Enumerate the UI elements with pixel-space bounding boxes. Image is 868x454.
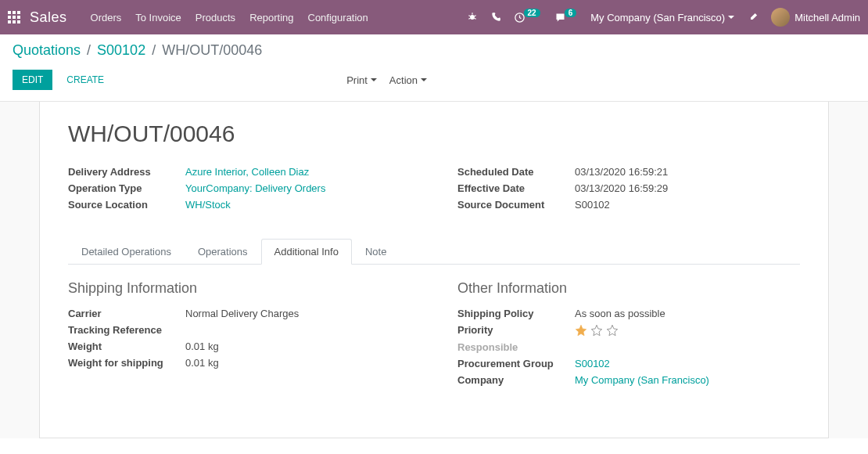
tab-detailed-operations[interactable]: Detailed Operations bbox=[68, 239, 185, 265]
svg-rect-1 bbox=[13, 11, 16, 14]
navbar-menu: OrdersTo InvoiceProductsReportingConfigu… bbox=[91, 12, 467, 23]
shipping-policy-label: Shipping Policy bbox=[457, 308, 575, 319]
navbar: Sales OrdersTo InvoiceProductsReportingC… bbox=[0, 0, 868, 34]
tab-additional-info[interactable]: Additional Info bbox=[261, 239, 352, 265]
print-dropdown[interactable]: Print bbox=[346, 74, 377, 86]
other-info-title: Other Information bbox=[457, 280, 800, 297]
svg-line-13 bbox=[468, 18, 470, 19]
avatar bbox=[771, 8, 790, 27]
svg-rect-0 bbox=[8, 11, 11, 14]
breadcrumb-link-0[interactable]: Quotations bbox=[13, 42, 81, 58]
effective-date-value: 03/13/2020 16:59:29 bbox=[575, 182, 668, 194]
svg-rect-3 bbox=[8, 16, 11, 19]
create-button[interactable]: CREATE bbox=[57, 70, 113, 90]
activity-icon[interactable]: 22 bbox=[514, 12, 542, 23]
delivery-address-label: Delivery Address bbox=[68, 166, 185, 178]
nav-orders[interactable]: Orders bbox=[91, 12, 122, 23]
weight-shipping-label: Weight for shipping bbox=[68, 357, 185, 369]
chevron-down-icon bbox=[371, 78, 377, 81]
phone-icon[interactable] bbox=[490, 12, 501, 23]
priority-label: Priority bbox=[457, 324, 575, 337]
priority-star-1[interactable] bbox=[575, 324, 587, 337]
form-sheet: WH/OUT/00046 Delivery AddressAzure Inter… bbox=[39, 102, 829, 438]
procurement-group-value[interactable]: S00102 bbox=[575, 358, 610, 369]
svg-line-14 bbox=[474, 18, 475, 19]
carrier-label: Carrier bbox=[68, 308, 185, 319]
activity-badge: 22 bbox=[524, 9, 540, 17]
user-name: Mitchell Admin bbox=[794, 12, 860, 23]
svg-rect-8 bbox=[17, 20, 20, 23]
tracking-label: Tracking Reference bbox=[68, 324, 185, 336]
messages-icon[interactable]: 6 bbox=[554, 12, 579, 23]
messages-badge: 6 bbox=[565, 9, 577, 17]
operation-type-label: Operation Type bbox=[68, 182, 185, 194]
source-document-value: S00102 bbox=[575, 199, 610, 211]
nav-products[interactable]: Products bbox=[195, 12, 235, 23]
nav-reporting[interactable]: Reporting bbox=[249, 12, 293, 23]
svg-rect-5 bbox=[17, 16, 20, 19]
svg-line-12 bbox=[474, 16, 475, 16]
breadcrumb-link-1[interactable]: S00102 bbox=[97, 42, 145, 58]
breadcrumb-active: WH/OUT/00046 bbox=[162, 42, 262, 58]
svg-line-11 bbox=[468, 16, 470, 16]
scheduled-date-value: 03/13/2020 16:59:21 bbox=[575, 166, 668, 178]
page-title: WH/OUT/00046 bbox=[68, 121, 800, 147]
priority-star-2[interactable] bbox=[590, 324, 603, 337]
company-value[interactable]: My Company (San Francisco) bbox=[575, 374, 709, 386]
nav-configuration[interactable]: Configuration bbox=[308, 12, 368, 23]
edit-button[interactable]: EDIT bbox=[13, 70, 52, 90]
source-location-label: Source Location bbox=[68, 199, 185, 211]
record-left-col: Delivery AddressAzure Interior, Colleen … bbox=[68, 166, 411, 215]
carrier-value: Normal Delivery Charges bbox=[185, 308, 299, 319]
navbar-right: 22 6 My Company (San Francisco) Mitchell… bbox=[467, 8, 860, 27]
svg-rect-4 bbox=[13, 16, 16, 19]
shipping-policy-value: As soon as possible bbox=[575, 308, 665, 319]
responsible-label: Responsible bbox=[457, 341, 575, 353]
source-document-label: Source Document bbox=[457, 199, 575, 211]
user-menu[interactable]: Mitchell Admin bbox=[771, 8, 860, 27]
svg-point-9 bbox=[470, 15, 475, 20]
company-label: My Company (San Francisco) bbox=[590, 12, 725, 23]
priority-stars bbox=[575, 324, 619, 337]
scheduled-date-label: Scheduled Date bbox=[457, 166, 575, 178]
company-label: Company bbox=[457, 374, 575, 386]
weight-value: 0.01 kg bbox=[185, 340, 219, 352]
svg-rect-7 bbox=[13, 20, 16, 23]
breadcrumb: Quotations/S00102/WH/OUT/00046 bbox=[13, 42, 855, 59]
tab-additional-info: Shipping Information CarrierNormal Deliv… bbox=[68, 280, 800, 391]
record-right-col: Scheduled Date03/13/2020 16:59:21 Effect… bbox=[457, 166, 800, 215]
tabs: Detailed OperationsOperationsAdditional … bbox=[68, 239, 800, 265]
control-panel: Quotations/S00102/WH/OUT/00046 EDIT CREA… bbox=[0, 34, 868, 102]
nav-to-invoice[interactable]: To Invoice bbox=[135, 12, 181, 23]
weight-shipping-value: 0.01 kg bbox=[185, 357, 219, 369]
effective-date-label: Effective Date bbox=[457, 182, 575, 194]
chevron-down-icon bbox=[728, 16, 734, 19]
procurement-group-label: Procurement Group bbox=[457, 358, 575, 369]
svg-rect-6 bbox=[8, 20, 11, 23]
operation-type-value[interactable]: YourCompany: Delivery Orders bbox=[185, 182, 325, 194]
app-brand[interactable]: Sales bbox=[30, 9, 67, 26]
priority-star-3[interactable] bbox=[606, 324, 619, 337]
svg-rect-2 bbox=[17, 11, 20, 14]
source-location-value[interactable]: WH/Stock bbox=[185, 199, 231, 211]
weight-label: Weight bbox=[68, 340, 185, 352]
shipping-info-title: Shipping Information bbox=[68, 280, 411, 297]
delivery-address-value[interactable]: Azure Interior, Colleen Diaz bbox=[185, 166, 309, 178]
tab-operations[interactable]: Operations bbox=[185, 239, 261, 265]
debug-icon[interactable] bbox=[467, 12, 478, 23]
chevron-down-icon bbox=[421, 78, 427, 81]
tab-note[interactable]: Note bbox=[352, 239, 400, 265]
tools-icon[interactable] bbox=[747, 12, 759, 23]
company-selector[interactable]: My Company (San Francisco) bbox=[590, 12, 734, 23]
action-dropdown[interactable]: Action bbox=[389, 74, 427, 86]
apps-icon[interactable] bbox=[8, 11, 20, 23]
